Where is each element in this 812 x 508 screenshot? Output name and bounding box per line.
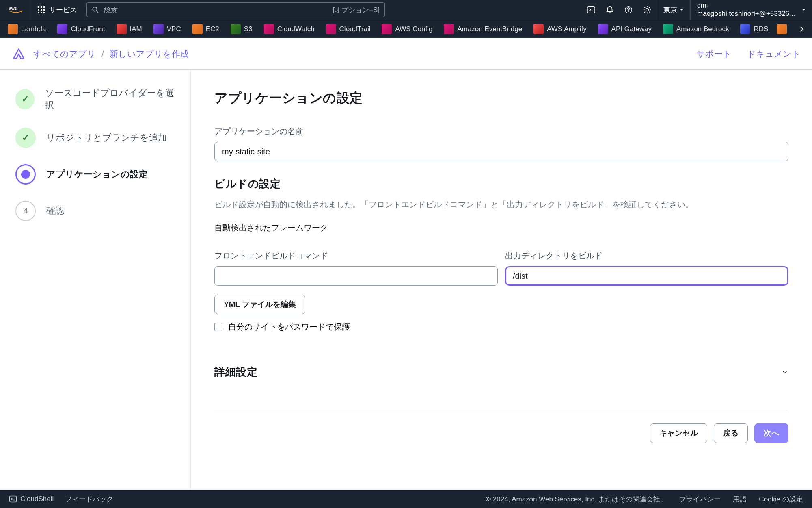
output-dir-label: 出力ディレクトリをビルド	[505, 250, 788, 261]
cookie-link[interactable]: Cookie の設定	[759, 495, 803, 504]
svg-point-10	[93, 7, 97, 11]
svc-bedrock[interactable]: Amazon Bedrock	[659, 20, 733, 39]
edit-yml-button[interactable]: YML ファイルを編集	[214, 295, 305, 314]
services-menu[interactable]: サービス	[32, 0, 82, 20]
amplify-header: すべてのアプリ / 新しいアプリを作成 サポート ドキュメント	[0, 38, 812, 70]
step-4[interactable]: 4 確認	[15, 201, 174, 221]
build-cmd-input[interactable]	[214, 266, 498, 286]
password-protect-row[interactable]: 自分のサイトをパスワードで保護	[214, 321, 788, 332]
crumb-sep: /	[102, 49, 104, 59]
account-selector[interactable]: cm-maegoshi.toshinori+@+53326...	[690, 0, 812, 20]
svc-cloudfront[interactable]: CloudFront	[53, 20, 109, 39]
copyright: © 2024, Amazon Web Services, Inc. またはその関…	[486, 495, 667, 504]
account-label: cm-maegoshi.toshinori+@+53326...	[697, 2, 799, 18]
notifications-icon[interactable]	[600, 0, 619, 20]
region-selector[interactable]: 東京	[657, 0, 690, 20]
help-icon[interactable]	[619, 0, 638, 20]
app-name-input[interactable]	[214, 142, 788, 161]
breadcrumb: すべてのアプリ / 新しいアプリを作成	[33, 48, 189, 60]
svg-rect-2	[41, 6, 42, 8]
svc-iam[interactable]: IAM	[112, 20, 147, 39]
footer: CloudShell フィードバック © 2024, Amazon Web Se…	[0, 490, 812, 508]
password-protect-label: 自分のサイトをパスワードで保護	[228, 321, 350, 332]
svc-cloudtrail[interactable]: CloudTrail	[322, 20, 375, 39]
svg-point-15	[628, 11, 629, 12]
privacy-link[interactable]: プライバシー	[679, 495, 721, 504]
svg-rect-4	[38, 9, 39, 11]
svg-line-11	[96, 11, 98, 13]
svc-s3[interactable]: S3	[226, 20, 257, 39]
main: ✓ ソースコードプロバイダーを選択 ✓ リポジトリとブランチを追加 アプリケーシ…	[0, 70, 812, 490]
cloudshell-label: CloudShell	[20, 495, 54, 503]
svc-ec2[interactable]: EC2	[188, 20, 224, 39]
settings-icon[interactable]	[638, 0, 657, 20]
svc-cloudwatch[interactable]: CloudWatch	[259, 20, 319, 39]
cancel-button[interactable]: キャンセル	[650, 423, 707, 443]
caret-down-icon	[802, 8, 806, 12]
service-bar: Lambda CloudFront IAM VPC EC2 S3 CloudWa…	[0, 20, 812, 38]
advanced-settings-accordion[interactable]: 詳細設定	[214, 352, 788, 392]
svg-text:aws: aws	[9, 6, 17, 11]
support-link[interactable]: サポート	[696, 48, 732, 60]
services-label: サービス	[49, 5, 77, 15]
step-active-icon	[15, 164, 36, 185]
svc-vpc[interactable]: VPC	[149, 20, 186, 39]
search-placeholder: 検索	[103, 5, 117, 15]
step-3-label: アプリケーションの設定	[46, 168, 148, 180]
svg-rect-9	[43, 12, 45, 13]
chevron-down-icon	[781, 369, 788, 376]
step-2-label: リポジトリとブランチを追加	[46, 132, 167, 144]
content: アプリケーションの設定 アプリケーションの名前 ビルドの設定 ビルド設定が自動的…	[191, 70, 812, 490]
step-check-icon: ✓	[15, 89, 35, 109]
search-icon	[92, 6, 99, 13]
region-label: 東京	[663, 5, 677, 15]
svc-rds[interactable]: RDS	[736, 20, 773, 39]
aws-logo[interactable]: aws	[0, 0, 32, 20]
svg-rect-5	[41, 9, 42, 11]
svc-amplify[interactable]: AWS Amplify	[529, 20, 591, 39]
amplify-logo-icon[interactable]	[11, 47, 26, 61]
cloudshell-link[interactable]: CloudShell	[9, 495, 54, 503]
step-1-label: ソースコードプロバイダーを選択	[45, 87, 174, 111]
step-4-label: 確認	[46, 205, 64, 217]
action-buttons: キャンセル 戻る 次へ	[214, 423, 788, 443]
svg-rect-8	[41, 12, 42, 13]
svc-apigateway[interactable]: API Gateway	[594, 20, 656, 39]
cloudshell-icon[interactable]	[582, 0, 600, 20]
search-input[interactable]: 検索 [オプション+S]	[86, 2, 385, 17]
top-nav: aws サービス 検索 [オプション+S] 東京 cm-maegoshi.tos…	[0, 0, 812, 20]
svg-rect-7	[38, 12, 39, 13]
svc-lambda[interactable]: Lambda	[3, 20, 50, 39]
step-check-icon: ✓	[15, 128, 36, 148]
crumb-all-apps[interactable]: すべてのアプリ	[33, 48, 96, 60]
step-1[interactable]: ✓ ソースコードプロバイダーを選択	[15, 87, 174, 111]
page-title: アプリケーションの設定	[214, 89, 788, 107]
divider	[214, 410, 788, 410]
docs-link[interactable]: ドキュメント	[747, 48, 801, 60]
back-button[interactable]: 戻る	[714, 423, 748, 443]
framework-label: 自動検出されたフレームワーク	[214, 222, 788, 233]
svc-more[interactable]	[775, 20, 788, 39]
search-wrap: 検索 [オプション+S]	[86, 2, 385, 17]
next-button[interactable]: 次へ	[754, 423, 788, 443]
build-heading: ビルドの設定	[214, 177, 788, 191]
terms-link[interactable]: 用語	[733, 495, 747, 504]
app-name-label: アプリケーションの名前	[214, 126, 788, 137]
search-shortcut: [オプション+S]	[333, 5, 380, 15]
scroll-right-icon[interactable]	[795, 20, 809, 39]
crumb-current[interactable]: 新しいアプリを作成	[110, 48, 189, 60]
svg-rect-1	[38, 6, 39, 8]
svc-config[interactable]: AWS Config	[377, 20, 437, 39]
advanced-heading: 詳細設定	[214, 365, 257, 379]
feedback-link[interactable]: フィードバック	[65, 495, 113, 504]
step-2[interactable]: ✓ リポジトリとブランチを追加	[15, 128, 174, 148]
step-3[interactable]: アプリケーションの設定	[15, 164, 174, 185]
svc-eventbridge[interactable]: Amazon EventBridge	[439, 20, 527, 39]
build-desc: ビルド設定が自動的に検出されました。「フロントエンドビルドコマンド」と「出力ディ…	[214, 199, 788, 210]
step-num-icon: 4	[15, 201, 36, 221]
stepper: ✓ ソースコードプロバイダーを選択 ✓ リポジトリとブランチを追加 アプリケーシ…	[0, 70, 191, 490]
output-dir-input[interactable]	[505, 266, 788, 286]
svg-point-16	[646, 9, 648, 11]
password-protect-checkbox[interactable]	[214, 323, 222, 331]
svg-rect-3	[43, 6, 45, 8]
